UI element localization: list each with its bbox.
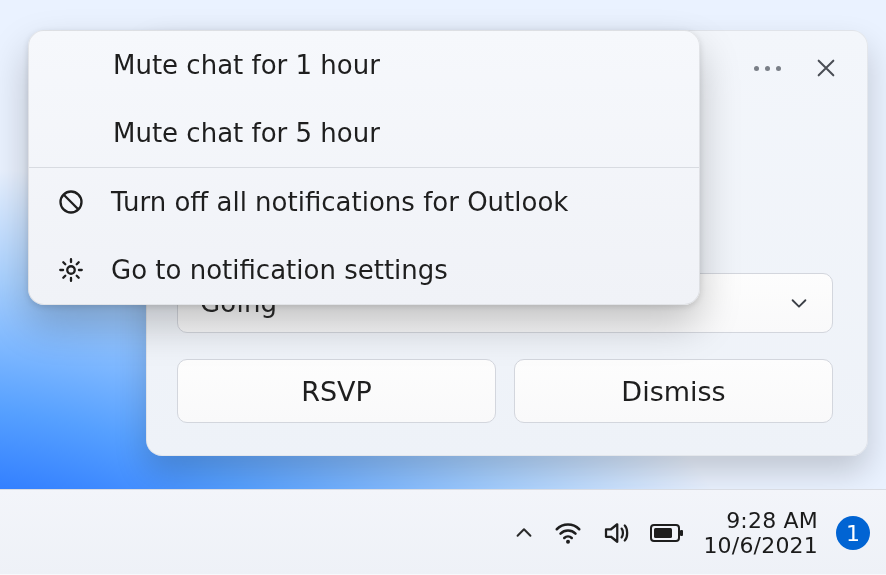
battery-icon [649, 521, 685, 545]
speaker-icon [601, 518, 631, 548]
wifi-icon [553, 518, 583, 548]
close-button[interactable] [815, 57, 837, 79]
desktop-background: Going RSVP Dismiss Mute chat for 1 hour … [0, 0, 886, 575]
menu-item-notification-settings[interactable]: Go to notification settings [29, 236, 699, 304]
more-options-button[interactable] [754, 66, 781, 71]
badge-count: 1 [846, 521, 860, 546]
dismiss-button-label: Dismiss [621, 376, 725, 407]
taskbar: 9:28 AM 10/6/2021 1 [0, 489, 886, 575]
svg-rect-5 [680, 530, 683, 536]
tray-overflow-button[interactable] [513, 522, 535, 544]
notification-center-badge[interactable]: 1 [836, 516, 870, 550]
system-tray: 9:28 AM 10/6/2021 1 [513, 490, 870, 575]
menu-item-turn-off-app-notifications[interactable]: Turn off all notifications for Outlook [29, 168, 699, 236]
menu-label: Go to notification settings [111, 255, 448, 285]
gear-icon [57, 256, 85, 284]
battery-status[interactable] [649, 521, 685, 545]
prohibit-icon [57, 188, 85, 216]
svg-point-2 [67, 266, 74, 273]
svg-rect-6 [654, 528, 672, 538]
chevron-up-icon [513, 522, 535, 544]
menu-item-mute-5h[interactable]: Mute chat for 5 hour [29, 99, 699, 167]
wifi-status[interactable] [553, 518, 583, 548]
clock[interactable]: 9:28 AM 10/6/2021 [703, 508, 818, 559]
menu-item-mute-1h[interactable]: Mute chat for 1 hour [29, 31, 699, 99]
rsvp-button-label: RSVP [301, 376, 372, 407]
menu-label: Mute chat for 5 hour [113, 118, 380, 148]
menu-label: Turn off all notifications for Outlook [111, 187, 568, 217]
rsvp-button[interactable]: RSVP [177, 359, 496, 423]
svg-line-1 [64, 195, 78, 209]
clock-date: 10/6/2021 [703, 533, 818, 558]
notification-context-menu: Mute chat for 1 hour Mute chat for 5 hou… [28, 30, 700, 305]
chevron-down-icon [788, 292, 810, 314]
svg-point-3 [566, 540, 570, 544]
dismiss-button[interactable]: Dismiss [514, 359, 833, 423]
volume-status[interactable] [601, 518, 631, 548]
clock-time: 9:28 AM [703, 508, 818, 533]
close-icon [815, 57, 837, 79]
menu-label: Mute chat for 1 hour [113, 50, 380, 80]
